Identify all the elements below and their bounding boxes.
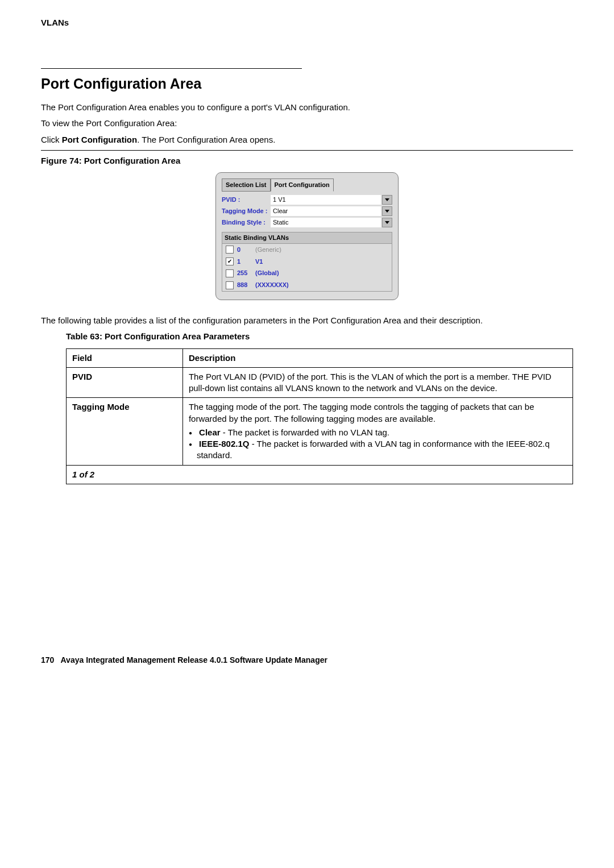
tagging-mode-dropdown-button[interactable] — [382, 206, 392, 216]
chevron-down-icon — [385, 221, 389, 224]
bullet-ieee-rest: - The packet is forwarded with a VLAN ta… — [197, 439, 550, 460]
step-suffix: . The Port Configuration Area opens. — [137, 135, 275, 144]
chevron-down-icon — [385, 210, 389, 213]
field-pvid: PVID — [67, 367, 183, 398]
footer-page-number: 170 — [41, 655, 54, 665]
tab-selection-list[interactable]: Selection List — [222, 178, 271, 192]
intro-paragraph-1: The Port Configuration Area enables you … — [41, 102, 573, 113]
tm-intro: The tagging mode of the port. The taggin… — [189, 402, 534, 423]
table-caption: Table 63: Port Configuration Area Parame… — [66, 331, 573, 342]
binding-style-value[interactable]: Static — [271, 218, 381, 227]
desc-tagging-mode: The tagging mode of the port. The taggin… — [182, 398, 572, 465]
vlan-name: (Global) — [255, 269, 279, 277]
step-line: Click Port Configuration. The Port Confi… — [41, 134, 573, 146]
vlan-checkbox[interactable] — [226, 281, 234, 289]
pvid-combo[interactable]: 1 V1 — [271, 195, 392, 205]
page-footer: 170 Avaya Integrated Management Release … — [41, 655, 573, 666]
col-field: Field — [67, 348, 183, 367]
vlan-name: V1 — [255, 258, 263, 266]
pvid-dropdown-button[interactable] — [382, 195, 392, 205]
tagging-mode-label: Tagging Mode : — [222, 207, 271, 215]
params-table: Field Description PVID The Port VLAN ID … — [66, 348, 573, 484]
list-item: IEEE-802.1Q - The packet is forwarded wi… — [197, 438, 567, 462]
chevron-down-icon — [385, 198, 389, 201]
vlan-row: ✔ 1 V1 — [222, 256, 392, 268]
vlan-id: 0 — [237, 246, 252, 254]
binding-style-dropdown-button[interactable] — [382, 218, 392, 227]
tagging-mode-value[interactable]: Clear — [271, 206, 381, 216]
static-binding-group: Static Binding VLANs 0 (Generic) ✔ 1 V1 … — [222, 232, 392, 292]
step-bold: Port Configuration — [62, 135, 137, 144]
table-row: Tagging Mode The tagging mode of the por… — [67, 398, 573, 465]
col-description: Description — [182, 348, 572, 367]
desc-pvid: The Port VLAN ID (PVID) of the port. Thi… — [182, 367, 572, 398]
tab-port-configuration[interactable]: Port Configuration — [271, 178, 334, 192]
vlan-checkbox[interactable] — [226, 246, 234, 254]
figure-caption: Figure 74: Port Configuration Area — [41, 155, 573, 167]
vlan-id: 888 — [237, 281, 252, 289]
page-indicator: 1 of 2 — [67, 465, 573, 484]
static-binding-title: Static Binding VLANs — [222, 232, 392, 244]
tab-bar: Selection List Port Configuration — [222, 178, 392, 192]
binding-style-combo[interactable]: Static — [271, 218, 392, 227]
footer-text: Avaya Integrated Management Release 4.0.… — [61, 655, 327, 665]
list-item: Clear - The packet is forwarded with no … — [197, 427, 567, 438]
bullet-clear-bold: Clear — [199, 427, 221, 437]
vlan-id: 1 — [237, 258, 252, 266]
section-rule-top — [41, 68, 302, 69]
bullet-ieee-bold: IEEE-802.1Q — [199, 439, 249, 448]
paragraph-after-figure: The following table provides a list of t… — [41, 315, 573, 326]
vlan-row: 888 (XXXXXXX) — [222, 279, 392, 291]
vlan-checkbox[interactable]: ✔ — [226, 258, 234, 265]
pvid-label: PVID : — [222, 196, 271, 204]
breadcrumb: VLANs — [41, 17, 573, 28]
table-row: 1 of 2 — [67, 465, 573, 484]
vlan-id: 255 — [237, 269, 252, 277]
vlan-row: 0 (Generic) — [222, 244, 392, 256]
bullet-clear-rest: - The packet is forwarded with no VLAN t… — [221, 427, 389, 437]
binding-style-label: Binding Style : — [222, 218, 271, 227]
tagging-mode-combo[interactable]: Clear — [271, 206, 392, 216]
intro-paragraph-2: To view the Port Configuration Area: — [41, 118, 573, 129]
vlan-name: (Generic) — [255, 246, 281, 254]
pvid-value[interactable]: 1 V1 — [271, 195, 381, 205]
vlan-name: (XXXXXXX) — [255, 281, 289, 289]
step-prefix: Click — [41, 135, 62, 144]
table-row: PVID The Port VLAN ID (PVID) of the port… — [67, 367, 573, 398]
page-title: Port Configuration Area — [41, 74, 573, 94]
port-config-panel: Selection List Port Configuration PVID :… — [215, 172, 399, 300]
figure-rule-top — [41, 150, 573, 151]
vlan-checkbox[interactable] — [226, 269, 234, 277]
field-tagging-mode: Tagging Mode — [67, 398, 183, 465]
vlan-row: 255 (Global) — [222, 267, 392, 279]
